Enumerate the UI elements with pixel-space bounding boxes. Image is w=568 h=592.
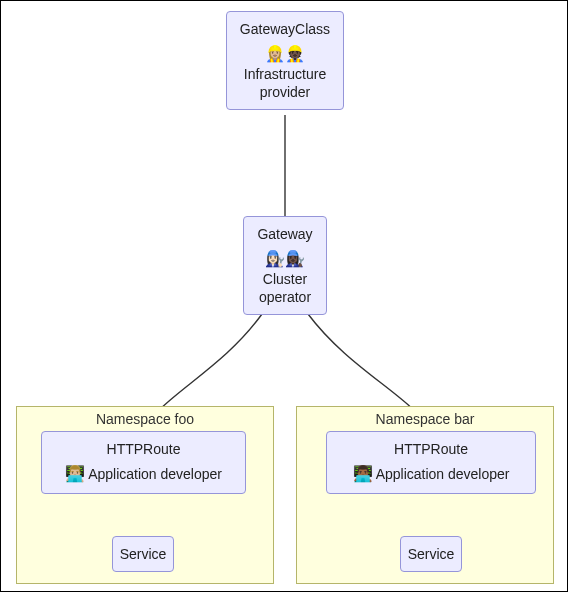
node-service-foo: Service <box>112 536 174 572</box>
service-foo-label: Service <box>120 546 167 562</box>
gatewayclass-title: GatewayClass <box>237 20 333 38</box>
mechanic-icon: 👩🏻‍🔧👩🏿‍🔧 <box>254 249 316 270</box>
node-service-bar: Service <box>400 536 462 572</box>
httproute-bar-role: Application developer <box>376 466 510 482</box>
httproute-bar-title: HTTPRoute <box>337 440 525 458</box>
node-httproute-bar: HTTPRoute 👨🏾‍💻 Application developer <box>326 431 536 494</box>
construction-worker-icon: 👷🏼‍♀️👷🏿 <box>237 44 333 65</box>
httproute-foo-role: Application developer <box>88 466 222 482</box>
httproute-foo-title: HTTPRoute <box>52 440 235 458</box>
gateway-title: Gateway <box>254 225 316 243</box>
gateway-role-1: Cluster <box>254 270 316 288</box>
node-gatewayclass: GatewayClass 👷🏼‍♀️👷🏿 Infrastructure prov… <box>226 11 344 110</box>
node-gateway: Gateway 👩🏻‍🔧👩🏿‍🔧 Cluster operator <box>243 216 327 315</box>
developer-icon: 👨🏼‍💻 <box>65 465 85 482</box>
gateway-role-2: operator <box>254 288 316 306</box>
node-httproute-foo: HTTPRoute 👨🏼‍💻 Application developer <box>41 431 246 494</box>
namespace-bar-label: Namespace bar <box>297 411 553 427</box>
gatewayclass-role-2: provider <box>237 83 333 101</box>
namespace-foo-label: Namespace foo <box>17 411 273 427</box>
developer-icon: 👨🏾‍💻 <box>353 465 373 482</box>
service-bar-label: Service <box>408 546 455 562</box>
gatewayclass-role-1: Infrastructure <box>237 65 333 83</box>
